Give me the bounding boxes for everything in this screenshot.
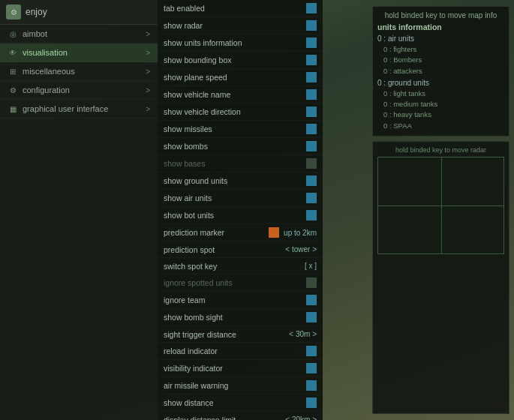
visualisation-icon: 👁 [8, 47, 18, 58]
setting-show-bomb-sight: show bomb sight [158, 309, 323, 326]
setting-label-reload-indicator: reload indicator [164, 346, 306, 356]
toggle-show-radar[interactable] [306, 20, 317, 31]
setting-show-missiles: show missiles [158, 121, 323, 138]
setting-visibility-indicator: visibility indicator [158, 360, 323, 377]
toggle-show-distance[interactable] [306, 398, 317, 408]
setting-prediction-marker: prediction marker up to 2km [158, 224, 323, 242]
nav-arrow-miscellaneous: > [146, 68, 150, 76]
setting-label-prediction-marker: prediction marker [164, 228, 269, 237]
setting-reload-indicator: reload indicator [158, 343, 323, 360]
setting-show-plane-speed: show plane speed [158, 69, 323, 86]
setting-show-vehicle-name: show vehicle name [158, 86, 323, 104]
radar-map-box: hold binded key to move radar [372, 141, 509, 414]
toggle-show-bounding-box[interactable] [306, 55, 317, 65]
sidebar-item-label: aimbot [23, 29, 47, 38]
setting-label-show-missiles: show missiles [164, 124, 306, 134]
toggle-show-units-information[interactable] [306, 38, 317, 48]
setting-show-ground-units: show ground units [158, 172, 323, 190]
setting-label-sight-trigger-distance: sight trigger distance [164, 330, 289, 339]
ground-sub-spaa: 0 : SPAA [377, 121, 504, 131]
sidebar-item-label: visualisation [23, 48, 68, 57]
setting-label-air-missile-warning: air missile warning [164, 381, 306, 390]
prediction-spot-value[interactable]: < tower > [285, 245, 317, 254]
sidebar-item-miscellaneous[interactable]: ⊞ miscellaneous > [0, 62, 158, 81]
setting-label-ignore-team: ignore team [164, 296, 306, 304]
nav-arrow-configuration: > [146, 86, 150, 94]
setting-label-switch-spot-key: switch spot key [164, 262, 305, 271]
setting-label-show-bomb-sight: show bomb sight [164, 313, 306, 322]
radar-hint: hold binded key to move radar [377, 146, 504, 154]
toggle-show-bomb-sight[interactable] [306, 312, 317, 322]
app-title: enjoy [26, 7, 47, 17]
setting-label-ignore-spotted-units: ignore spotted units [164, 278, 306, 287]
sidebar-item-label: graphical user interface [23, 104, 108, 113]
setting-label-show-bot-units: show bot units [164, 211, 306, 220]
toggle-show-ground-units[interactable] [306, 176, 317, 186]
toggle-show-bases[interactable] [306, 158, 317, 169]
setting-label-show-ground-units: show ground units [164, 176, 306, 185]
toggle-show-plane-speed[interactable] [306, 72, 317, 82]
toggle-reload-indicator[interactable] [306, 346, 317, 356]
miscellaneous-icon: ⊞ [8, 66, 18, 76]
toggle-show-bot-units[interactable] [306, 210, 317, 220]
units-information-box: hold binded key to move map info units i… [372, 6, 509, 136]
setting-prediction-spot: prediction spot < tower > [158, 242, 323, 258]
setting-label-show-bases: show bases [164, 159, 306, 168]
app-header: ⚙ enjoy [0, 0, 158, 25]
setting-air-missile-warning: air missile warning [158, 377, 323, 394]
setting-show-air-units: show air units [158, 190, 323, 207]
setting-switch-spot-key: switch spot key [ x ] [158, 258, 323, 274]
setting-show-vehicle-direction: show vehicle direction [158, 104, 323, 121]
sidebar-item-visualisation[interactable]: 👁 visualisation > [0, 44, 158, 62]
setting-label-show-vehicle-name: show vehicle name [164, 90, 306, 99]
setting-label-show-bounding-box: show bounding box [164, 56, 306, 64]
nav-arrow-aimbot: > [146, 30, 150, 38]
right-info-panel: hold binded key to move map info units i… [368, 0, 514, 420]
setting-show-distance: show distance [158, 394, 323, 412]
setting-label-show-radar: show radar [164, 21, 306, 30]
sidebar-item-gui[interactable]: ▦ graphical user interface > [0, 100, 158, 118]
setting-ignore-spotted-units: ignore spotted units [158, 274, 323, 292]
toggle-show-vehicle-direction[interactable] [306, 106, 317, 117]
sidebar-item-label: miscellaneous [23, 67, 75, 76]
setting-show-units-information: show units information [158, 34, 323, 52]
left-nav-panel: ⚙ enjoy ◎ aimbot > 👁 visualisation > ⊞ m… [0, 0, 158, 420]
air-sub-attackers: 0 : attackers [377, 66, 504, 76]
toggle-visibility-indicator[interactable] [306, 363, 317, 374]
air-sub-bombers: 0 : Bombers [377, 55, 504, 65]
setting-label-visibility-indicator: visibility indicator [164, 364, 306, 373]
toggle-show-bombs[interactable] [306, 141, 317, 152]
toggle-show-missiles[interactable] [306, 124, 317, 134]
setting-label-show-bombs: show bombs [164, 142, 306, 151]
setting-show-bounding-box: show bounding box [158, 52, 323, 69]
sidebar-item-aimbot[interactable]: ◎ aimbot > [0, 25, 158, 44]
radar-grid [377, 157, 504, 254]
toggle-ignore-spotted-units[interactable] [306, 278, 317, 288]
display-distance-limit-value[interactable]: < 20km > [285, 416, 317, 420]
ground-sub-medium: 0 : medium tanks [377, 99, 504, 110]
toggle-air-missile-warning[interactable] [306, 380, 317, 391]
setting-show-bot-units: show bot units [158, 207, 323, 224]
nav-arrow-gui: > [146, 105, 150, 113]
ground-sub-heavy: 0 : heavy tanks [377, 110, 504, 120]
sidebar-item-label: configuration [23, 86, 70, 94]
toggle-ignore-team[interactable] [306, 295, 317, 305]
setting-show-bombs: show bombs [158, 138, 323, 155]
toggle-prediction-marker[interactable] [269, 227, 279, 238]
setting-show-bases: show bases [158, 155, 323, 172]
air-sub-fighters: 0 : fighters [377, 44, 504, 55]
toggle-tab-enabled[interactable] [306, 3, 317, 14]
setting-label-prediction-spot: prediction spot [164, 245, 285, 254]
settings-panel: tab enabled show radar show units inform… [158, 0, 323, 420]
setting-label-show-distance: show distance [164, 398, 306, 407]
toggle-show-air-units[interactable] [306, 193, 317, 203]
setting-label-show-vehicle-direction: show vehicle direction [164, 107, 306, 116]
setting-ignore-team: ignore team [158, 292, 323, 309]
switch-spot-key-value[interactable]: [ x ] [305, 262, 317, 270]
setting-show-radar: show radar [158, 17, 323, 34]
sight-trigger-distance-value[interactable]: < 30m > [289, 330, 317, 338]
toggle-show-vehicle-name[interactable] [306, 89, 317, 100]
sidebar-item-configuration[interactable]: ⚙ configuration > [0, 81, 158, 100]
setting-label-show-units-information: show units information [164, 38, 306, 47]
units-information-header: units information [377, 22, 504, 32]
